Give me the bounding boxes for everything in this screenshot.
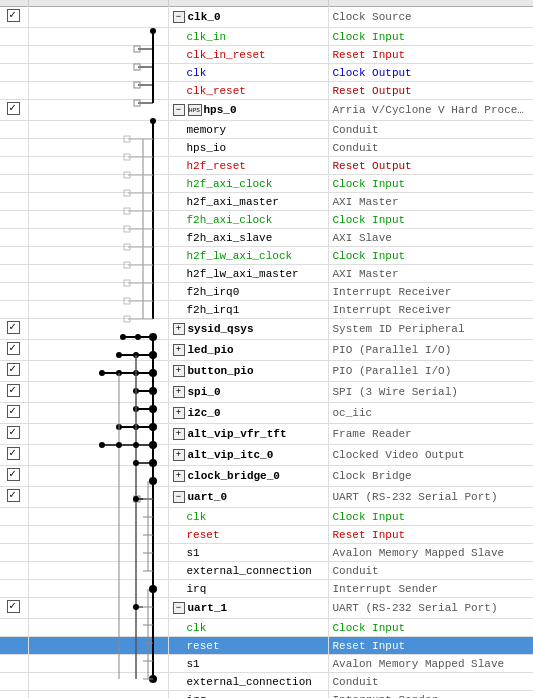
table-row[interactable]: hps_ioConduit xyxy=(0,139,533,157)
use-cell[interactable] xyxy=(0,301,28,319)
collapse-icon[interactable]: − xyxy=(173,491,185,503)
table-row[interactable]: f2h_irq1Interrupt Receiver xyxy=(0,301,533,319)
table-row[interactable]: −uart_1UART (RS-232 Serial Port) xyxy=(0,598,533,619)
checkbox-checked[interactable] xyxy=(7,600,20,613)
use-cell[interactable] xyxy=(0,211,28,229)
use-cell[interactable] xyxy=(0,100,28,121)
use-cell[interactable] xyxy=(0,247,28,265)
collapse-icon[interactable]: − xyxy=(173,11,185,23)
use-cell[interactable] xyxy=(0,445,28,466)
use-cell[interactable] xyxy=(0,526,28,544)
table-row[interactable]: h2f_lw_axi_masterAXI Master xyxy=(0,265,533,283)
use-cell[interactable] xyxy=(0,175,28,193)
table-row[interactable]: clk_in_resetReset Input xyxy=(0,46,533,64)
table-row[interactable]: h2f_lw_axi_clockClock Input xyxy=(0,247,533,265)
checkbox-checked[interactable] xyxy=(7,447,20,460)
table-row[interactable]: h2f_axi_masterAXI Master xyxy=(0,193,533,211)
use-cell[interactable] xyxy=(0,637,28,655)
checkbox-checked[interactable] xyxy=(7,384,20,397)
use-cell[interactable] xyxy=(0,340,28,361)
use-cell[interactable] xyxy=(0,139,28,157)
use-cell[interactable] xyxy=(0,7,28,28)
use-cell[interactable] xyxy=(0,265,28,283)
use-cell[interactable] xyxy=(0,157,28,175)
expand-icon[interactable]: + xyxy=(173,386,185,398)
use-cell[interactable] xyxy=(0,46,28,64)
table-wrapper[interactable]: −clk_0Clock Sourceclk_inClock Inputclk_i… xyxy=(0,0,533,698)
table-row[interactable]: clkClock Output xyxy=(0,64,533,82)
checkbox-checked[interactable] xyxy=(7,489,20,502)
use-cell[interactable] xyxy=(0,508,28,526)
table-row[interactable]: resetReset Input xyxy=(0,526,533,544)
table-row[interactable]: +alt_vip_vfr_tftFrame Reader xyxy=(0,424,533,445)
use-cell[interactable] xyxy=(0,544,28,562)
table-row[interactable]: external_connectionConduit xyxy=(0,673,533,691)
table-row[interactable]: external_connectionConduit xyxy=(0,562,533,580)
checkbox-checked[interactable] xyxy=(7,405,20,418)
collapse-icon[interactable]: − xyxy=(173,104,185,116)
table-body: −clk_0Clock Sourceclk_inClock Inputclk_i… xyxy=(0,7,533,699)
use-cell[interactable] xyxy=(0,319,28,340)
use-cell[interactable] xyxy=(0,673,28,691)
table-row[interactable]: memoryConduit xyxy=(0,121,533,139)
use-cell[interactable] xyxy=(0,598,28,619)
expand-icon[interactable]: + xyxy=(173,407,185,419)
table-row[interactable]: clk_resetReset Output xyxy=(0,82,533,100)
table-row[interactable]: −clk_0Clock Source xyxy=(0,7,533,28)
use-cell[interactable] xyxy=(0,655,28,673)
table-row[interactable]: s1Avalon Memory Mapped Slave xyxy=(0,655,533,673)
use-cell[interactable] xyxy=(0,691,28,699)
table-row[interactable]: +button_pioPIO (Parallel I/O) xyxy=(0,361,533,382)
use-cell[interactable] xyxy=(0,580,28,598)
use-cell[interactable] xyxy=(0,229,28,247)
table-row[interactable]: s1Avalon Memory Mapped Slave xyxy=(0,544,533,562)
table-row[interactable]: clkClock Input xyxy=(0,508,533,526)
use-cell[interactable] xyxy=(0,424,28,445)
table-row[interactable]: irqInterrupt Sender xyxy=(0,691,533,699)
use-cell[interactable] xyxy=(0,619,28,637)
table-row[interactable]: −uart_0UART (RS-232 Serial Port) xyxy=(0,487,533,508)
table-row[interactable]: +clock_bridge_0Clock Bridge xyxy=(0,466,533,487)
table-row[interactable]: f2h_irq0Interrupt Receiver xyxy=(0,283,533,301)
table-row[interactable]: clkClock Input xyxy=(0,619,533,637)
table-row[interactable]: irqInterrupt Sender xyxy=(0,580,533,598)
expand-icon[interactable]: + xyxy=(173,365,185,377)
use-cell[interactable] xyxy=(0,193,28,211)
table-row[interactable]: +spi_0SPI (3 Wire Serial) xyxy=(0,382,533,403)
use-cell[interactable] xyxy=(0,283,28,301)
use-cell[interactable] xyxy=(0,382,28,403)
checkbox-checked[interactable] xyxy=(7,321,20,334)
expand-icon[interactable]: + xyxy=(173,344,185,356)
table-row[interactable]: resetReset Input xyxy=(0,637,533,655)
table-row[interactable]: +i2c_0oc_iic xyxy=(0,403,533,424)
use-cell[interactable] xyxy=(0,403,28,424)
checkbox-checked[interactable] xyxy=(7,342,20,355)
use-cell[interactable] xyxy=(0,361,28,382)
table-row[interactable]: +sysid_qsysSystem ID Peripheral xyxy=(0,319,533,340)
use-cell[interactable] xyxy=(0,466,28,487)
use-cell[interactable] xyxy=(0,121,28,139)
checkbox-checked[interactable] xyxy=(7,426,20,439)
expand-icon[interactable]: + xyxy=(173,323,185,335)
table-row[interactable]: +alt_vip_itc_0Clocked Video Output xyxy=(0,445,533,466)
expand-icon[interactable]: + xyxy=(173,449,185,461)
table-row[interactable]: f2h_axi_slaveAXI Slave xyxy=(0,229,533,247)
table-row[interactable]: clk_inClock Input xyxy=(0,28,533,46)
table-row[interactable]: +led_pioPIO (Parallel I/O) xyxy=(0,340,533,361)
expand-icon[interactable]: + xyxy=(173,470,185,482)
table-row[interactable]: −HPShps_0Arria V/Cyclone V Hard Proces..… xyxy=(0,100,533,121)
use-cell[interactable] xyxy=(0,28,28,46)
checkbox-checked[interactable] xyxy=(7,9,20,22)
use-cell[interactable] xyxy=(0,562,28,580)
table-row[interactable]: h2f_resetReset Output xyxy=(0,157,533,175)
checkbox-checked[interactable] xyxy=(7,363,20,376)
use-cell[interactable] xyxy=(0,64,28,82)
table-row[interactable]: f2h_axi_clockClock Input xyxy=(0,211,533,229)
checkbox-checked[interactable] xyxy=(7,468,20,481)
use-cell[interactable] xyxy=(0,487,28,508)
checkbox-checked[interactable] xyxy=(7,102,20,115)
table-row[interactable]: h2f_axi_clockClock Input xyxy=(0,175,533,193)
collapse-icon[interactable]: − xyxy=(173,602,185,614)
use-cell[interactable] xyxy=(0,82,28,100)
expand-icon[interactable]: + xyxy=(173,428,185,440)
